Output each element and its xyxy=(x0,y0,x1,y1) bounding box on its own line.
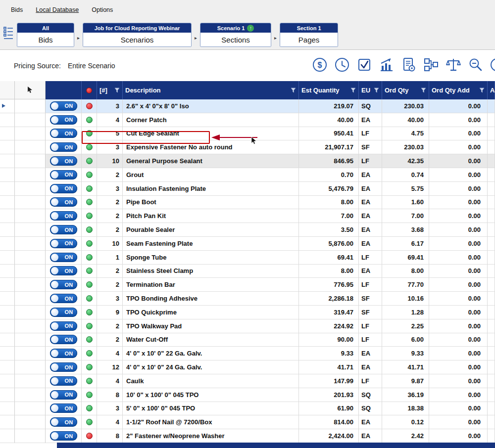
row-indicator-cell[interactable] xyxy=(0,182,15,196)
on-toggle[interactable]: ON xyxy=(50,184,77,193)
table-row[interactable]: ON 1 Sponge Tube 69.41 LF 69.41 0.00 xyxy=(0,251,495,265)
row-description[interactable]: Water Cut-Off xyxy=(123,333,299,347)
row-description[interactable]: 10' 0" x 100' 0" 045 TPO xyxy=(123,388,299,402)
table-row[interactable]: ON 2 Pipe Boot 8.00 EA 1.60 0.00 xyxy=(0,196,495,210)
table-row[interactable]: ON 9 TPO Quickprime 319.47 SF 1.28 0.00 xyxy=(0,306,495,319)
dollar-icon[interactable]: $ xyxy=(312,57,328,73)
on-toggle[interactable]: ON xyxy=(50,349,77,358)
row-indicator-cell[interactable] xyxy=(0,388,15,402)
row-indicator-cell[interactable] xyxy=(0,306,15,319)
header-selector-cell[interactable] xyxy=(15,81,46,99)
filter-icon[interactable] xyxy=(114,88,120,93)
table-row[interactable]: ON 5 Cut Edge Sealant 950.41 LF 4.75 0.0… xyxy=(0,127,495,141)
row-description[interactable]: 5' 0" x 100' 0" 045 TPO xyxy=(123,402,299,416)
row-indicator-cell[interactable] xyxy=(0,209,15,223)
row-description[interactable]: Pitch Pan Kit xyxy=(123,209,299,223)
header-ord-qty[interactable]: Ord Qty xyxy=(382,81,429,99)
row-description[interactable]: Cut Edge Sealant xyxy=(123,127,299,141)
header-partial-column[interactable]: A xyxy=(488,81,495,99)
on-toggle[interactable]: ON xyxy=(50,335,77,344)
on-toggle[interactable]: ON xyxy=(50,321,77,331)
row-description[interactable]: 1-1/2" Roof Nail @ 7200/Box xyxy=(123,415,299,429)
row-description[interactable]: TPO Bonding Adhesive xyxy=(123,292,299,306)
on-toggle[interactable]: ON xyxy=(50,225,77,234)
table-row[interactable]: ON 2 TPO Walkway Pad 224.92 LF 2.25 0.00 xyxy=(0,319,495,333)
zoom-in-icon[interactable] xyxy=(490,57,495,73)
tab-sections-label[interactable]: Sections xyxy=(200,33,271,46)
tab-bids-label[interactable]: Bids xyxy=(17,33,74,46)
tab-scenarios[interactable]: Job for Cloud Reporting Webinar Scenario… xyxy=(83,23,192,47)
header-eu[interactable]: EU xyxy=(359,81,382,99)
menu-item-bids[interactable]: Bids xyxy=(11,6,23,13)
table-row[interactable]: ON 2 Pitch Pan Kit 7.00 EA 7.00 0.00 xyxy=(0,209,495,223)
row-description[interactable]: Grout xyxy=(123,168,299,182)
header-ord-qty-add[interactable]: Ord Qty Add xyxy=(429,81,488,99)
row-description[interactable]: Insulation Fastening Plate xyxy=(123,182,299,196)
row-description[interactable]: Expensive Fastener No auto round xyxy=(123,140,299,154)
row-indicator-cell[interactable] xyxy=(0,360,15,374)
header-status-cell[interactable] xyxy=(82,81,97,99)
row-indicator-cell[interactable] xyxy=(0,333,15,347)
zoom-out-icon[interactable] xyxy=(468,57,484,73)
on-toggle[interactable]: ON xyxy=(50,308,77,317)
check-square-icon[interactable] xyxy=(356,57,372,73)
on-toggle[interactable]: ON xyxy=(50,266,77,275)
filter-icon[interactable] xyxy=(479,88,485,93)
row-description[interactable]: Sponge Tube xyxy=(123,251,299,265)
on-toggle[interactable]: ON xyxy=(50,362,77,372)
report-icon[interactable] xyxy=(401,57,417,73)
row-indicator-cell[interactable] xyxy=(0,237,15,251)
on-toggle[interactable]: ON xyxy=(50,417,77,427)
row-description[interactable]: Pourable Sealer xyxy=(123,223,299,237)
on-toggle[interactable]: ON xyxy=(50,431,77,441)
table-row[interactable]: ON 10 Seam Fastening Plate 5,876.00 EA 6… xyxy=(0,237,495,251)
row-description[interactable]: 2.6" x 4' 0"x 8' 0" Iso xyxy=(123,99,299,113)
row-indicator-cell[interactable] xyxy=(0,140,15,154)
table-row[interactable]: ON 2 Water Cut-Off 90.00 LF 6.00 0.00 xyxy=(0,333,495,347)
on-toggle[interactable]: ON xyxy=(50,376,77,386)
pricing-source-value[interactable]: Entire Scenario xyxy=(68,62,115,70)
row-indicator-cell[interactable] xyxy=(0,168,15,182)
header-description[interactable]: Description xyxy=(123,81,299,99)
menu-item-options[interactable]: Options xyxy=(92,6,113,13)
table-row[interactable]: ON 12 4' 0" x 10' 0" 24 Ga. Galv. 41.71 … xyxy=(0,360,495,374)
row-description[interactable]: 2" Fastener w/Neoprene Washer xyxy=(123,429,299,443)
on-toggle[interactable]: ON xyxy=(50,390,77,400)
table-row[interactable]: ON 10 General Purpose Sealant 846.95 LF … xyxy=(0,154,495,168)
filter-icon[interactable] xyxy=(421,88,426,93)
table-row[interactable]: ON 2 Pourable Sealer 3.50 EA 3.68 0.00 xyxy=(0,223,495,237)
consolidate-icon[interactable] xyxy=(423,57,439,73)
row-description[interactable]: Stainless Steel Clamp xyxy=(123,265,299,278)
table-row[interactable]: ON 3 5' 0" x 100' 0" 045 TPO 61.90 SQ 18… xyxy=(0,402,495,416)
row-description[interactable]: Caulk xyxy=(123,374,299,388)
filter-icon[interactable] xyxy=(350,88,356,93)
filter-icon[interactable] xyxy=(374,88,379,93)
row-description[interactable]: Seam Fastening Plate xyxy=(123,237,299,251)
on-toggle[interactable]: ON xyxy=(50,197,77,207)
row-indicator-cell[interactable] xyxy=(0,196,15,210)
row-indicator-cell[interactable] xyxy=(0,127,15,141)
table-row[interactable]: ON 3 TPO Bonding Adhesive 2,286.18 SF 10… xyxy=(0,292,495,306)
on-toggle[interactable]: ON xyxy=(50,115,77,125)
tab-pages-label[interactable]: Pages xyxy=(280,33,338,46)
table-row[interactable]: ON 8 2" Fastener w/Neoprene Washer 2,424… xyxy=(0,429,495,443)
on-toggle[interactable]: ON xyxy=(50,129,77,138)
header-est-quantity[interactable]: Est Quantity xyxy=(299,81,359,99)
row-indicator-cell[interactable] xyxy=(0,265,15,278)
row-indicator-cell[interactable] xyxy=(0,99,15,113)
on-toggle[interactable]: ON xyxy=(50,101,77,111)
table-row[interactable]: ON 8 10' 0" x 100' 0" 045 TPO 201.93 SQ … xyxy=(0,388,495,402)
header-toggle-cell[interactable] xyxy=(46,81,82,99)
row-indicator-cell[interactable] xyxy=(0,278,15,292)
header-number[interactable]: [#] xyxy=(97,81,123,99)
tab-bids[interactable]: All Bids xyxy=(17,23,74,47)
row-indicator-cell[interactable] xyxy=(0,292,15,306)
on-toggle[interactable]: ON xyxy=(50,156,77,166)
on-toggle[interactable]: ON xyxy=(50,280,77,289)
clock-icon[interactable] xyxy=(334,57,350,73)
row-description[interactable]: Corner Patch xyxy=(123,113,299,127)
table-row[interactable]: ON 2 Stainless Steel Clamp 8.00 EA 8.00 … xyxy=(0,265,495,278)
row-indicator-cell[interactable] xyxy=(0,347,15,360)
on-toggle[interactable]: ON xyxy=(50,294,77,303)
tab-scenarios-label[interactable]: Scenarios xyxy=(83,33,191,46)
